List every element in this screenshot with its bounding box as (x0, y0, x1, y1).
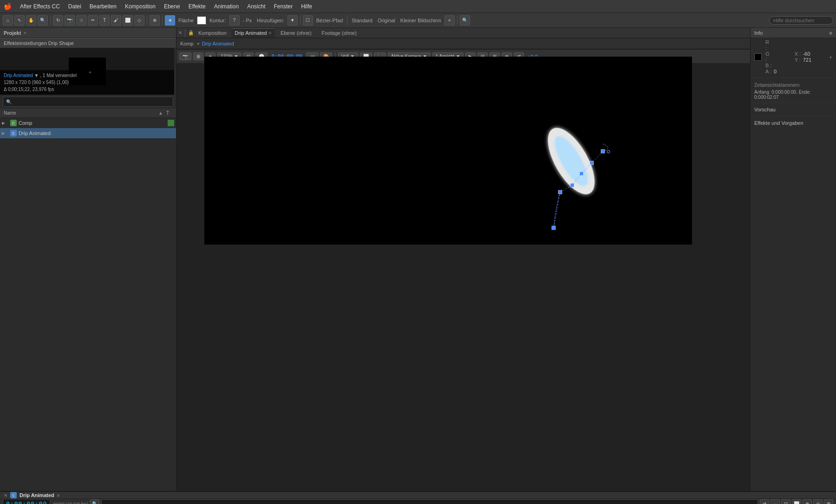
tl-btn-5[interactable]: ⊕ (803, 499, 812, 504)
tab-sep (185, 29, 185, 37)
tl-search-btn[interactable]: 🔍 (90, 499, 99, 504)
tab-komposition-label: Komposition (198, 30, 227, 36)
tab-ebene-label: Ebene (ohne) (276, 28, 316, 38)
project-search-input[interactable] (12, 99, 170, 104)
hinzufügen-dropdown[interactable]: ▼ (287, 15, 298, 26)
px-label: - Px (241, 18, 254, 23)
comp-used: 1 Mal verwendet (43, 73, 77, 78)
text-tool[interactable]: T (99, 15, 110, 26)
projekt-menu-icon[interactable]: ≡ (24, 31, 26, 35)
menu-ebene[interactable]: Ebene (160, 2, 184, 11)
info-y-row: Y : 721 (795, 57, 811, 63)
apple-menu[interactable]: 🍎 (4, 3, 12, 10)
comp-icon: C (10, 120, 17, 126)
bezier-check[interactable]: ☐ (303, 15, 313, 26)
project-search[interactable]: 🔍 (3, 97, 173, 107)
a-label: A : (765, 69, 772, 74)
svg-rect-4 (580, 172, 583, 175)
y-value: 721 (803, 57, 811, 63)
menu-effekte[interactable]: Effekte (185, 2, 209, 11)
info-a-row: A : 0 (765, 69, 777, 74)
comp-indicator (168, 120, 174, 126)
original-label: Original (376, 18, 397, 23)
breadcrumb-current[interactable]: Drip Animated (202, 41, 234, 46)
info-rgba: R : G : B : A : 0 (765, 39, 777, 74)
timeline-menu-icon[interactable]: ≡ (57, 493, 60, 498)
menu-hilfe[interactable]: Hilfe (297, 2, 316, 11)
expand-icon-2: ▶ (2, 131, 8, 136)
right-panel: Info ≡ R : G : B : A : (750, 28, 836, 491)
info-menu-icon[interactable]: ≡ (829, 30, 832, 36)
project-info: Drip Animated ▼ , 1 Mal verwendet 1280 x… (0, 70, 174, 95)
pen-tool[interactable]: ✏ (88, 15, 98, 26)
tl-search-input[interactable] (101, 499, 758, 504)
timeline-timecode[interactable]: 0:00:00:09 (3, 499, 50, 504)
more-btn[interactable]: » (444, 15, 455, 26)
menu-bearbeiten[interactable]: Bearbeiten (86, 2, 120, 11)
menu-komposition[interactable]: Komposition (121, 2, 159, 11)
select-tool[interactable]: ↖ (14, 15, 25, 26)
tab-drip-animated[interactable]: Drip Animated ≡ (231, 28, 275, 38)
menu-fenster[interactable]: Fenster (270, 2, 297, 11)
timeline-fps: 00009 (23.976 fps) (53, 502, 88, 504)
menu-ansicht[interactable]: Ansicht (243, 2, 269, 11)
comp-size-info: 1280 x 720 0 (960 x 545) (1,00) (4, 79, 170, 86)
menu-datei[interactable]: Datei (65, 2, 85, 11)
col-name-header: Name (4, 110, 158, 116)
toolbar-sep-4 (300, 16, 300, 25)
col-t-header: T (163, 110, 172, 116)
sort-icon[interactable]: ▲ (158, 110, 163, 116)
tl-btn-3[interactable]: ⊡ (781, 499, 790, 504)
info-x-row: X : -60 (795, 51, 811, 57)
camera-tool[interactable]: 📷 (65, 15, 75, 26)
snap-tool[interactable]: ⊕ (150, 15, 160, 26)
svg-rect-5 (570, 183, 574, 187)
standard-label: Standard (350, 18, 374, 23)
breadcrumb-arrow: ◄ (196, 41, 200, 46)
fill-color[interactable] (197, 16, 206, 25)
tl-btn-6[interactable]: ◎ (813, 499, 823, 504)
puppet-tool[interactable]: ☆ (76, 15, 86, 26)
project-item-drip[interactable]: ▶ C Drip Animated (0, 128, 176, 138)
viewer: 📷 ⊞ ◈ 121% ▼ ⊡ 🕐 0:00:00:09 📹 🎨 Voll ▼ ⬜ (176, 49, 750, 491)
projekt-title: Projekt (4, 30, 21, 36)
tl-btn-2[interactable]: ↔ (771, 499, 780, 504)
search-icon: 🔍 (6, 99, 12, 104)
mask-tool[interactable]: ◇ (134, 15, 144, 26)
info-divider-2 (751, 103, 836, 103)
hand-tool[interactable]: ✋ (26, 15, 36, 26)
shape-fill-btn[interactable]: ★ (165, 15, 175, 26)
breadcrumb-komp[interactable]: Komp (180, 41, 194, 46)
vt-grid-btn[interactable]: ⊞ (193, 52, 203, 60)
home-button[interactable]: ⌂ (3, 15, 13, 26)
info-panel-header: Info ≡ (751, 28, 836, 38)
svg-rect-2 (601, 149, 605, 153)
shape-tool[interactable]: ⬜ (123, 15, 133, 26)
info-color-row: R : G : B : A : 0 X : (751, 38, 836, 76)
tl-btn-1[interactable]: ⇌ (760, 499, 769, 504)
project-item-comp[interactable]: ▶ C Comp (0, 118, 176, 128)
left-panel: Projekt ≡ Effekteinstellungen Drip Shape… (0, 28, 176, 491)
vt-snapshot-btn[interactable]: 📷 (179, 52, 191, 60)
tab-komposition[interactable]: Komposition (195, 28, 230, 38)
menu-animation[interactable]: Animation (210, 2, 242, 11)
timeline-close[interactable]: ✕ (4, 493, 7, 498)
toolbar-sep-6 (457, 16, 457, 25)
toolbar-search[interactable] (769, 16, 833, 25)
tl-btn-4[interactable]: ⬜ (792, 499, 801, 504)
svg-point-1 (549, 132, 594, 190)
tl-right-buttons: ⇌ ↔ ⊡ ⬜ ⊕ ◎ ⊞ (760, 499, 833, 504)
brush-tool[interactable]: 🖌 (111, 15, 121, 26)
kontur-help[interactable]: ? (229, 15, 240, 26)
effekte-vorgaben-link[interactable]: Effekte und Vorgaben (751, 118, 836, 128)
zoom-tool[interactable]: 🔍 (38, 15, 48, 26)
rotate-tool[interactable]: ↻ (53, 15, 63, 26)
tab-close-1[interactable]: ✕ (178, 30, 182, 35)
svg-point-8 (607, 150, 610, 153)
menu-aftereffects[interactable]: After Effects CC (16, 2, 64, 11)
search-icon-btn[interactable]: 🔍 (460, 15, 470, 26)
vorschau-link[interactable]: Vorschau (751, 105, 836, 114)
lock-icon: 🔒 (188, 30, 194, 35)
tl-btn-7[interactable]: ⊞ (824, 499, 833, 504)
search-input[interactable] (773, 18, 829, 23)
